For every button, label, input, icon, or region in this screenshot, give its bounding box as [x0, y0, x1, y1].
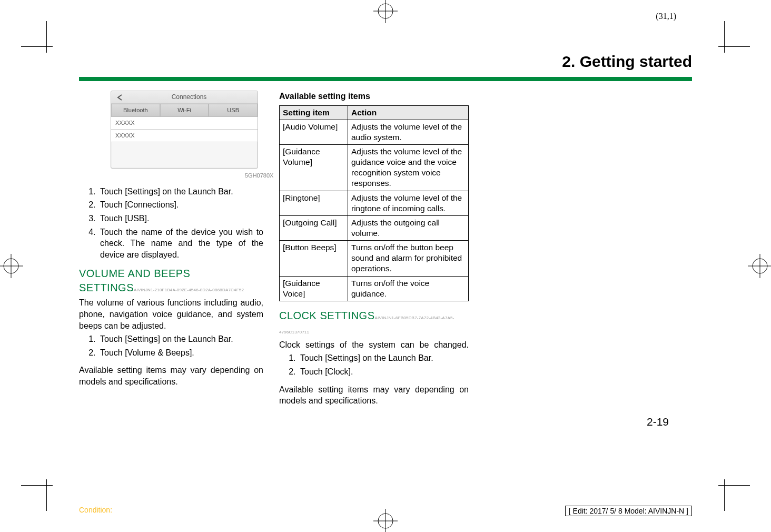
- crop-mark: [718, 485, 750, 486]
- crop-mark: [724, 21, 725, 53]
- footer-condition: Condition:: [79, 506, 112, 514]
- section-heading-volume: VOLUME AND BEEPS SETTINGSAIVINJN1-210F1B…: [79, 267, 263, 295]
- crop-mark: [46, 21, 47, 53]
- table-cell: Adjusts the volume level of the audio sy…: [348, 120, 469, 144]
- steps-clock: Touch [Settings] on the Launch Bar. Touc…: [279, 352, 469, 377]
- column-middle: Available setting items Setting item Act…: [279, 91, 469, 409]
- body-text: Available setting items may vary dependi…: [279, 384, 469, 407]
- table-heading: Available setting items: [279, 91, 469, 102]
- table-row: [Guidance Voice]Turns on/off the voice g…: [280, 276, 469, 301]
- table-cell: [Audio Volume]: [280, 120, 348, 144]
- body-text: Available setting items may vary dependi…: [79, 364, 263, 387]
- print-sheet: (31,1) 2. Getting started Connections: [0, 0, 771, 532]
- crop-mark: [718, 46, 750, 47]
- screenshot-row: XXXXX: [111, 130, 258, 142]
- screenshot-row: XXXXX: [111, 117, 258, 130]
- table-cell: Turns on/off the voice guidance.: [348, 276, 469, 301]
- screenshot-title: Connections: [125, 93, 253, 101]
- step-item: Touch [Clock].: [298, 366, 469, 378]
- step-item: Touch [USB].: [98, 213, 263, 224]
- tab-usb: USB: [209, 104, 258, 117]
- table-header: Setting item: [280, 105, 348, 120]
- crop-mark: [21, 485, 53, 486]
- footer-edit-info: [ Edit: 2017/ 5/ 8 Model: AIVINJN-N ]: [565, 506, 692, 516]
- table-row: [Audio Volume]Adjusts the volume level o…: [280, 120, 469, 144]
- back-arrow-icon: [115, 94, 125, 101]
- tab-bluetooth: Bluetooth: [111, 104, 160, 117]
- registration-mark-bottom: [373, 509, 398, 532]
- step-item: Touch [Connections].: [98, 199, 263, 211]
- table-row: [Ringtone]Adjusts the volume level of th…: [280, 191, 469, 215]
- chapter-title: 2. Getting started: [79, 53, 692, 71]
- table-cell: [Ringtone]: [280, 191, 348, 215]
- step-item: Touch [Settings] on the Launch Bar.: [98, 333, 263, 345]
- chapter-rule: [79, 77, 692, 81]
- columns: Connections Bluetooth Wi-Fi USB XXXXX XX…: [79, 91, 692, 409]
- step-item: Touch [Volume & Beeps].: [98, 347, 263, 359]
- table-header-row: Setting item Action: [280, 105, 469, 120]
- table-row: [Outgoing Call]Adjusts the outgoing call…: [280, 215, 469, 240]
- table-cell: [Button Beeps]: [280, 241, 348, 276]
- table-row: [Button Beeps]Turns on/off the button be…: [280, 241, 469, 276]
- table-cell: Adjusts the volume level of the guidance…: [348, 145, 469, 191]
- table-cell: [Guidance Volume]: [280, 145, 348, 191]
- registration-mark-left: [0, 254, 23, 278]
- crop-mark: [46, 479, 47, 511]
- table-cell: Adjusts the outgoing call volume.: [348, 215, 469, 240]
- crop-mark: [21, 46, 53, 47]
- column-right: 2-19: [485, 91, 669, 409]
- steps-volume: Touch [Settings] on the Launch Bar. Touc…: [79, 333, 263, 358]
- page-coordinate: (31,1): [656, 12, 676, 21]
- section-heading-clock: CLOCK SETTINGSAIVINJN1-6FB05DB7-7A72-4B4…: [279, 309, 469, 337]
- settings-table: Setting item Action [Audio Volume]Adjust…: [279, 105, 469, 301]
- table-cell: [Guidance Voice]: [280, 276, 348, 301]
- steps-check-device: Touch [Settings] on the Launch Bar. Touc…: [79, 186, 263, 261]
- screenshot-wrapper: Connections Bluetooth Wi-Fi USB XXXXX XX…: [95, 91, 242, 169]
- table-cell: Adjusts the volume level of the ringtone…: [348, 191, 469, 215]
- column-left: Connections Bluetooth Wi-Fi USB XXXXX XX…: [79, 91, 263, 409]
- step-item: Touch the name of the device you wish to…: [98, 226, 263, 261]
- crop-mark: [724, 479, 725, 511]
- image-reference: 5GH0780X: [245, 172, 263, 180]
- step-item: Touch [Settings] on the Launch Bar.: [298, 352, 469, 364]
- registration-mark-right: [748, 254, 771, 278]
- tab-wifi: Wi-Fi: [160, 104, 209, 117]
- section-code: AIVINJN1-210F1B4A-892E-4546-8D2A-0868DA7…: [134, 288, 244, 292]
- connections-screenshot: Connections Bluetooth Wi-Fi USB XXXXX XX…: [111, 91, 258, 169]
- page-content: 2. Getting started Connections Bluetooth: [79, 53, 692, 500]
- screenshot-tabs: Bluetooth Wi-Fi USB: [111, 104, 258, 117]
- table-cell: Turns on/off the button beep sound and a…: [348, 241, 469, 276]
- table-row: [Guidance Volume]Adjusts the volume leve…: [280, 145, 469, 191]
- body-text: The volume of various functions includin…: [79, 297, 263, 331]
- table-cell: [Outgoing Call]: [280, 215, 348, 240]
- table-header: Action: [348, 105, 469, 120]
- body-text: Clock settings of the system can be chan…: [279, 339, 469, 351]
- step-item: Touch [Settings] on the Launch Bar.: [98, 186, 263, 198]
- section-heading-text: CLOCK SETTINGS: [279, 310, 374, 321]
- page-number: 2-19: [647, 415, 669, 429]
- registration-mark-top: [373, 0, 398, 23]
